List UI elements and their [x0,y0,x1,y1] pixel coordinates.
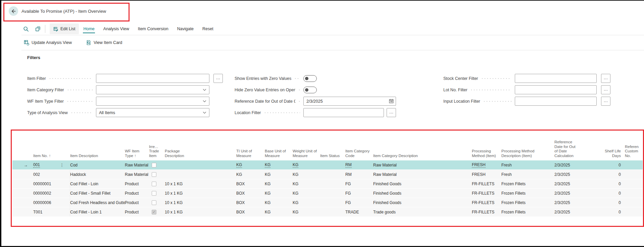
cell-proc_method[interactable]: FR-FILLETS [472,189,501,198]
cell-ref_date[interactable]: 2/3/2025 [554,160,602,169]
cell-proc_method[interactable]: FRESH [472,170,501,179]
cell-item_no[interactable]: 00000002 [33,189,70,198]
cell-wf_type[interactable]: Product [125,179,149,188]
show-zero-values-toggle[interactable] [303,75,317,82]
cell-cat_desc[interactable]: Finished Goods [373,198,472,207]
cell-wf_type[interactable]: Product [125,189,149,198]
cell-cat_desc[interactable]: Finished Goods [373,179,472,188]
column-header-wf_type[interactable]: WF Item Type ↑ [125,132,149,160]
table-row[interactable]: 00000001Cod Fillet - LoinProduct10 x 1 K… [12,179,643,188]
cell-cat_code[interactable]: FG [345,189,373,198]
cell-proc_desc[interactable]: Fresh [501,170,554,179]
cell-ref_date[interactable]: 2/3/2025 [554,198,602,207]
trade-item-checkbox[interactable] [152,182,156,186]
column-header-ti_uom[interactable]: TI Unit of Measure [236,132,265,160]
table-row[interactable]: →001⋮CodRaw MaterialKGKGKGRMRaw Material… [12,160,643,169]
trade-item-checkbox[interactable] [152,191,156,196]
tab-reset[interactable]: Reset [202,23,214,34]
column-header-cat_code[interactable]: Item Category Code [345,132,373,160]
cell-wf_type[interactable]: Raw Material [125,160,149,169]
cell-shelf_days[interactable]: 0 [602,160,625,169]
cell-cat_desc[interactable]: Raw Material [373,170,472,179]
hide-zero-open-tis-toggle[interactable] [303,87,317,93]
cell-weight_uom[interactable]: KG [293,198,320,207]
back-button[interactable] [9,6,18,16]
cell-cat_desc[interactable]: Trade goods [373,207,472,216]
table-row[interactable]: T001Cod Fillet - Loin 1Product✓10 x 1 KG… [12,207,643,216]
cell-desc[interactable]: Cod Fillet - Loin 1 [70,207,125,216]
cell-wf_type[interactable]: Product [125,207,149,216]
edit-list-button[interactable]: Edit List [50,23,79,34]
table-row[interactable]: 00000006Cod Fresh Headless and GuttedPro… [12,198,643,207]
cell-cat_code[interactable]: FG [345,198,373,207]
cell-ref_date[interactable]: 2/3/2025 [554,189,602,198]
cell-proc_desc[interactable]: Fresh [501,160,554,169]
reference-date-input[interactable] [303,97,396,106]
cell-ref_date[interactable]: 2/3/2025 [554,170,602,179]
column-header-proc_method[interactable]: Processing Method (Item) [472,132,501,160]
cell-desc[interactable]: Cod Fillet - Small Fillet [70,189,125,198]
column-header-trade[interactable]: Irre... Trade Item [149,132,165,160]
column-header-ref_date[interactable]: Reference Date for Out of Date Calculati… [554,132,602,160]
column-header-cat_desc[interactable]: Item Category Description [373,132,472,160]
item-filter-input[interactable] [96,74,209,83]
cell-desc[interactable]: Cod [70,160,125,169]
cell-ti_uom[interactable]: KG [236,170,265,179]
column-header-base_uom[interactable]: Base Unit of Measure [265,132,293,160]
cell-base_uom[interactable]: KG [265,160,293,169]
cell-ref_cust[interactable] [625,198,643,207]
cell-status[interactable] [320,198,345,207]
cell-shelf_days[interactable]: 0 [602,189,625,198]
cell-ref_cust[interactable] [625,160,643,169]
cell-ref_cust[interactable] [625,189,643,198]
cell-proc_desc[interactable]: Frozen Fillets [501,198,554,207]
item-filter-assist-button[interactable]: … [213,74,223,83]
row-menu-icon[interactable]: ⋮ [60,162,68,167]
column-header-weight_uom[interactable]: Weight Unit of Measure [293,132,320,160]
cell-ref_cust[interactable] [625,179,643,188]
cell-package[interactable]: 10 x 1 KG [165,198,236,207]
search-button[interactable] [23,26,29,32]
cell-ref_cust[interactable] [625,170,643,179]
cell-ti_uom[interactable]: BOX [236,179,265,188]
cell-base_uom[interactable]: KG [265,170,293,179]
cell-trade[interactable] [149,170,165,179]
column-header-desc[interactable]: Item Description [70,132,125,160]
column-header-proc_desc[interactable]: Processing Method Description (Item) [501,132,554,160]
calendar-icon[interactable] [389,99,394,103]
cell-shelf_days[interactable]: 0 [602,179,625,188]
cell-proc_method[interactable]: FR-FILLETS [472,179,501,188]
cell-proc_method[interactable]: FRESH [472,160,501,169]
cell-ti_uom[interactable]: BOX [236,198,265,207]
view-item-card-button[interactable]: View Item Card [86,40,122,45]
cell-desc[interactable]: Cod Fillet - Loin [70,179,125,188]
cell-weight_uom[interactable]: KG [293,189,320,198]
location-filter-input[interactable] [303,108,384,117]
cell-shelf_days[interactable]: 0 [602,170,625,179]
tab-navigate[interactable]: Navigate [177,23,194,34]
cell-package[interactable]: 10 x 1 KG [165,189,236,198]
cell-status[interactable] [320,170,345,179]
cell-shelf_days[interactable]: 0 [602,198,625,207]
cell-trade[interactable] [149,179,165,188]
cell-proc_desc[interactable]: Frozen Fillets [501,207,554,216]
type-of-analysis-view-select[interactable]: All Items [96,108,209,117]
cell-status[interactable] [320,207,345,216]
cell-weight_uom[interactable]: KG [293,160,320,169]
cell-base_uom[interactable]: KG [265,198,293,207]
tab-home[interactable]: Home [83,23,95,34]
cell-trade[interactable] [149,160,165,169]
cell-ti_uom[interactable]: KG [236,160,265,169]
column-header-status[interactable]: Item Status [320,132,345,160]
cell-proc_desc[interactable]: Frozen Fillets [501,189,554,198]
cell-item_no[interactable]: T001 [33,207,70,216]
cell-base_uom[interactable]: KG [265,207,293,216]
cell-proc_method[interactable]: FR-FILLETS [472,198,501,207]
cell-ref_date[interactable]: 2/3/2025 [554,207,602,216]
cell-base_uom[interactable]: KG [265,179,293,188]
cell-status[interactable] [320,160,345,169]
cell-base_uom[interactable]: KG [265,189,293,198]
cell-weight_uom[interactable]: KG [293,179,320,188]
cell-cat_code[interactable]: RM [345,160,373,169]
cell-wf_type[interactable]: Product [125,198,149,207]
